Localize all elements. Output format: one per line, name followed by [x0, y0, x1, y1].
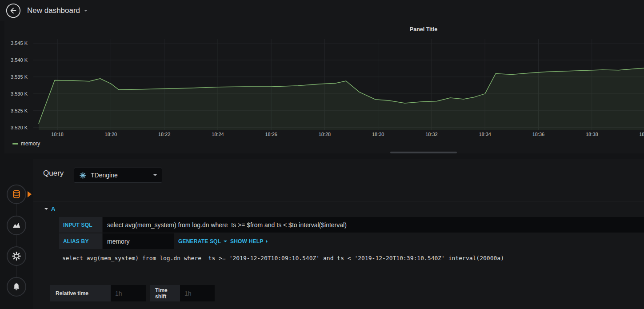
- input-sql-label: INPUT SQL: [59, 217, 102, 233]
- graph-icon: [12, 221, 21, 230]
- tdengine-logo-icon: [79, 172, 87, 179]
- horizontal-scrollbar[interactable]: [390, 152, 457, 153]
- relative-time-field[interactable]: [111, 285, 146, 301]
- database-icon: [12, 189, 21, 199]
- query-ref-header[interactable]: A: [44, 205, 55, 213]
- navbar: New dashboard: [0, 0, 644, 21]
- sidebar-tab-general[interactable]: [7, 246, 26, 266]
- collapse-caret-icon: [44, 208, 48, 210]
- timeseries-chart: [33, 39, 644, 130]
- sidebar-tab-queries[interactable]: [7, 185, 26, 204]
- datasource-picker[interactable]: TDengine: [74, 168, 162, 183]
- input-sql-field[interactable]: [103, 217, 644, 233]
- sidebar-connector-line: [16, 194, 16, 287]
- relative-time-label: Relative time: [50, 285, 111, 301]
- sidebar-tab-visualization[interactable]: [7, 216, 26, 235]
- time-shift-field[interactable]: [180, 285, 215, 301]
- legend-marker: [12, 143, 18, 144]
- generated-sql-text: select avg(mem_system) from log.dn where…: [62, 255, 504, 261]
- legend: memory: [12, 140, 40, 147]
- time-shift-label: Time shift: [150, 285, 180, 301]
- legend-label-memory[interactable]: memory: [21, 140, 40, 147]
- chevron-down-icon: [84, 10, 88, 12]
- panel-title[interactable]: Panel Title: [410, 26, 437, 32]
- alias-by-field[interactable]: [103, 233, 174, 249]
- sidebar-tab-alert[interactable]: [7, 277, 26, 297]
- generate-sql-button[interactable]: GENERATE SQL: [178, 233, 227, 249]
- query-editor: Query TDengine A INPUT SQL ALIAS BY GENE…: [33, 159, 644, 309]
- back-button[interactable]: [6, 3, 21, 18]
- chevron-right-icon: [266, 240, 268, 243]
- dashboard-title-dropdown[interactable]: New dashboard: [27, 6, 88, 15]
- generate-sql-label: GENERATE SQL: [178, 238, 221, 245]
- graph-panel: Panel Title 3.545 K3.540 K3.535 K3.530 K…: [4, 21, 644, 153]
- dashboard-title: New dashboard: [27, 6, 80, 15]
- chevron-down-icon: [153, 174, 157, 176]
- query-ref-id: A: [51, 205, 55, 212]
- active-tab-arrow-icon: [28, 191, 32, 197]
- bell-icon: [12, 282, 21, 292]
- alias-by-label: ALIAS BY: [59, 233, 102, 249]
- arrow-left-icon: [6, 3, 21, 18]
- datasource-name: TDengine: [91, 172, 149, 179]
- show-help-label: SHOW HELP: [230, 238, 263, 245]
- chevron-down-icon: [224, 241, 227, 242]
- show-help-button[interactable]: SHOW HELP: [230, 233, 268, 249]
- query-section-title: Query: [43, 169, 64, 178]
- gear-icon: [12, 251, 21, 261]
- query-row-divider: [33, 201, 644, 201]
